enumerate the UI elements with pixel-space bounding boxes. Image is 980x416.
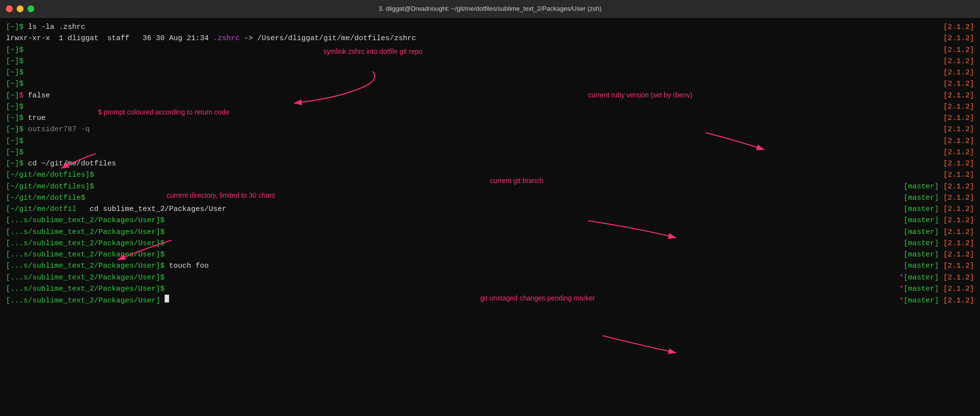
terminal-line: [~]$[2.1.2] bbox=[6, 136, 974, 147]
terminal-line: [...s/sublime_text_2/Packages/User]$[mas… bbox=[6, 238, 974, 249]
terminal-line: [~]$[2.1.2] bbox=[6, 45, 974, 56]
terminal-line: lrwxr-xr-x 1 dliggat staff 36 30 Aug 21:… bbox=[6, 33, 974, 44]
title-bar: 3. dliggat@Dreadnought: ~/git/me/dotfile… bbox=[0, 0, 980, 18]
terminal-line: [~/git/me/dotfiles]$[master] [2.1.2] bbox=[6, 181, 974, 192]
terminal-line: [...s/sublime_text_2/Packages/User]$[mas… bbox=[6, 249, 974, 260]
terminal-line: [~/git/me/dotfiles]$[2.1.2] bbox=[6, 169, 974, 181]
terminal-line: [~]$ cd ~/git/me/dotfiles[2.1.2] bbox=[6, 158, 974, 169]
terminal-line: [~/git/me/dotfil cd sublime_text_2/Packa… bbox=[6, 204, 974, 215]
terminal-line: [~]$[2.1.2] bbox=[6, 56, 974, 67]
terminal-line: [...s/sublime_text_2/Packages/User]$*[ma… bbox=[6, 272, 974, 283]
terminal-line: [...s/sublime_text_2/Packages/User]$[mas… bbox=[6, 227, 974, 238]
close-button[interactable] bbox=[6, 5, 13, 12]
terminal-line: [...s/sublime_text_2/Packages/User]$[mas… bbox=[6, 215, 974, 226]
minimize-button[interactable] bbox=[17, 5, 24, 12]
terminal-line: [~]$[2.1.2] bbox=[6, 78, 974, 90]
terminal-line: [~]$[2.1.2] bbox=[6, 147, 974, 158]
window-title: 3. dliggat@Dreadnought: ~/git/me/dotfile… bbox=[378, 5, 601, 12]
terminal-line: [~]$[2.1.2] bbox=[6, 67, 974, 78]
terminal-line: [~]$ true[2.1.2] bbox=[6, 113, 974, 124]
terminal-area[interactable]: [~]$ ls -la .zshrc[2.1.2]lrwxr-xr-x 1 dl… bbox=[0, 18, 980, 416]
terminal-line: [...s/sublime_text_2/Packages/User]$*[ma… bbox=[6, 283, 974, 295]
window-controls[interactable] bbox=[6, 5, 34, 12]
terminal-line: [~]$ outsider787 -q[2.1.2] bbox=[6, 124, 974, 135]
terminal-line: [~]$[2.1.2] bbox=[6, 101, 974, 113]
maximize-button[interactable] bbox=[27, 5, 34, 12]
terminal-line: [...s/sublime_text_2/Packages/User] *[ma… bbox=[6, 295, 974, 306]
terminal-line: [~]$ false[2.1.2] bbox=[6, 90, 974, 101]
terminal-line: [~/git/me/dotfile$[master] [2.1.2] bbox=[6, 192, 974, 204]
terminal-line: [...s/sublime_text_2/Packages/User]$ tou… bbox=[6, 260, 974, 272]
terminal-line: [~]$ ls -la .zshrc[2.1.2] bbox=[6, 22, 974, 33]
